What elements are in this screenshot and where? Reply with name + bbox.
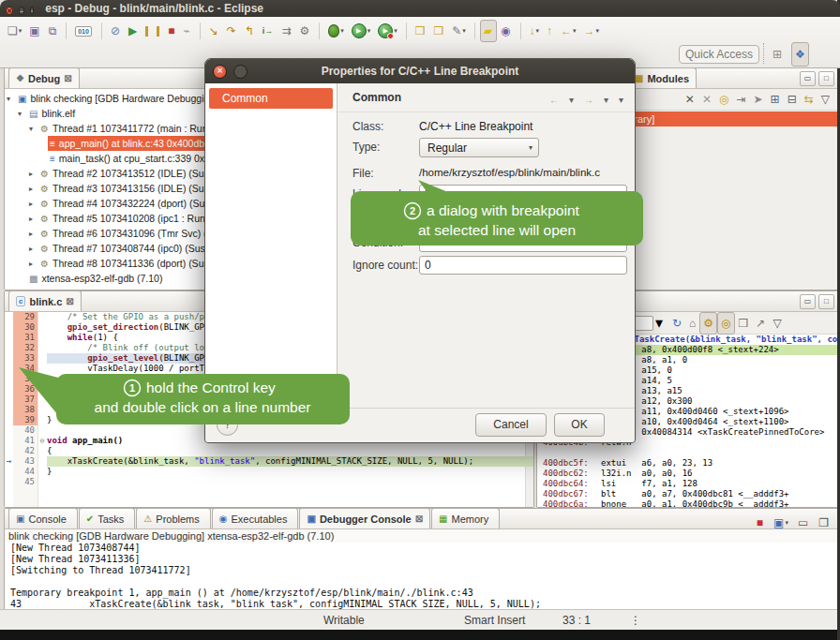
refresh-icon[interactable]: ↻ <box>668 312 685 335</box>
toolbar-button[interactable] <box>101 22 102 39</box>
disassembly-line[interactable]: 400dbc62:l32i.n a0, a0, 16 <box>537 469 837 479</box>
skip-breakpoints-icon[interactable]: ⊘ <box>107 20 125 42</box>
cancel-button[interactable]: Cancel <box>475 413 547 437</box>
disassembly-line[interactable]: 400dbc5f:extui a6, a0, 23, 13 <box>537 458 837 469</box>
tab-blink-c[interactable]: c blink.c ⊠ <box>8 290 82 311</box>
ok-button[interactable]: OK <box>554 413 605 437</box>
tab-modules[interactable]: ▦ Modules <box>627 67 697 88</box>
toolbar-button[interactable] <box>406 22 407 39</box>
close-icon[interactable]: ⊠ <box>64 73 71 83</box>
disassembly-line[interactable]: 400dbc64:lsi f7, a1, 128 <box>537 479 837 489</box>
save-all-icon[interactable]: ⧉ <box>45 20 62 42</box>
tab-debug[interactable]: ❖ Debug ⊠ <box>8 67 80 88</box>
suspend-icon[interactable] <box>142 20 164 42</box>
back-icon[interactable]: ← <box>546 89 562 112</box>
tab-console[interactable]: ▣Console <box>8 508 78 528</box>
back-menu-icon[interactable]: ▾ <box>565 89 578 112</box>
external-tools-icon[interactable]: ▶▾ <box>374 20 401 42</box>
save-icon[interactable]: ▣ <box>25 20 44 42</box>
link-icon[interactable]: ⇆ <box>801 88 818 111</box>
toolbar-button[interactable] <box>474 22 475 39</box>
forward-icon[interactable]: →▾ <box>580 20 604 42</box>
last-edit-location-icon[interactable]: ↓▾ <box>526 20 544 42</box>
line-number[interactable]: 30 <box>13 322 38 333</box>
disassembly-line[interactable]: 400dbc6a:bnone a0, a1, 0x400dbc9b <__add… <box>537 499 837 507</box>
line-number[interactable]: 45 <box>13 477 38 487</box>
binary-icon[interactable]: 010 <box>71 20 97 42</box>
tree-expander-icon[interactable]: ▸ <box>29 200 38 208</box>
go-into-icon[interactable]: ↑ <box>543 20 557 42</box>
quick-access[interactable]: Quick Access <box>679 45 759 64</box>
sync-active-context-icon[interactable]: ⚙ <box>699 312 717 335</box>
toolbar-button[interactable] <box>200 22 201 39</box>
maximize-icon[interactable]: □ <box>818 71 834 86</box>
tree-expander-icon[interactable]: ▾ <box>7 95 16 103</box>
select-icon[interactable]: ➤ <box>750 88 767 111</box>
debug-perspective-icon[interactable]: ❖ <box>791 42 809 67</box>
line-number[interactable]: 44 <box>13 467 38 477</box>
resume-icon[interactable]: ▶ <box>125 20 142 42</box>
run-icon[interactable]: ▶▾ <box>348 20 375 42</box>
tab-problems[interactable]: ⚠Problems <box>136 508 210 528</box>
tree-expander-icon[interactable]: ▾ <box>18 110 27 118</box>
instruction-stepping-icon[interactable]: i→ <box>259 20 278 42</box>
forward-menu-icon[interactable]: ▾ <box>600 89 612 112</box>
tab-executables[interactable]: ◉Executables <box>212 508 299 528</box>
expand-all-icon[interactable]: ⊞ <box>767 88 784 111</box>
tab-tasks[interactable]: ✔Tasks <box>79 508 136 528</box>
tree-expander-icon[interactable]: ▸ <box>29 170 38 178</box>
toolbar-button[interactable] <box>319 22 320 39</box>
open-element-icon[interactable]: ❒ <box>412 20 430 42</box>
back-icon[interactable]: ←▾ <box>557 20 580 42</box>
line-number[interactable]: 41 <box>13 436 38 446</box>
tree-expander-icon[interactable]: ▸ <box>29 260 38 268</box>
tree-expander-icon[interactable]: ▸ <box>29 230 38 238</box>
window-close-icon[interactable]: ✕ <box>6 7 13 15</box>
fold-icon[interactable] <box>38 467 47 477</box>
43[interactable]: → 43 xTaskCreate(&blink_task, "blink_tas… <box>5 456 533 467</box>
fold-icon[interactable] <box>38 322 47 333</box>
mark-occurrences-icon[interactable]: ▰ <box>480 20 497 42</box>
home-icon[interactable]: ⌂ <box>685 312 699 335</box>
toolbar-button[interactable] <box>520 22 521 39</box>
forward-icon[interactable]: → <box>580 89 597 112</box>
44[interactable]: 44 } <box>5 467 533 477</box>
view-menu-icon[interactable]: ▽ <box>818 88 833 111</box>
new-wizard-icon[interactable]: ❏▾ <box>4 20 25 42</box>
fold-icon[interactable] <box>38 477 47 487</box>
disconnect-icon[interactable]: ⌁ <box>179 20 194 42</box>
line-number[interactable]: 42 <box>13 446 38 456</box>
tree-expander-icon[interactable]: ▸ <box>29 245 38 253</box>
disassembly-line[interactable]: 400dbc67:blt a0, a7, 0x400dbc81 <__adddf… <box>537 489 837 499</box>
tab-debugger-console[interactable]: ▣Debugger Console⊠ <box>299 508 430 528</box>
fold-icon[interactable] <box>38 456 47 467</box>
link-editor-icon[interactable]: ◉ <box>497 20 515 42</box>
type-select[interactable]: Regular▾ <box>419 138 539 157</box>
open-new-view-icon[interactable]: ❒ <box>735 312 753 335</box>
location-dropdown-icon[interactable]: ▾ <box>655 314 663 332</box>
fold-icon[interactable] <box>38 446 47 456</box>
annotate-icon[interactable]: ✎▾ <box>448 20 470 42</box>
fold-icon[interactable]: ⊖ <box>38 436 47 446</box>
view-menu-icon[interactable]: ▽ <box>769 312 785 335</box>
step-return-icon[interactable]: ↰ <box>241 20 259 42</box>
view-menu-icon[interactable]: ▾ <box>615 89 627 112</box>
minimize-icon[interactable]: ▭ <box>800 294 816 309</box>
close-icon[interactable]: ⊠ <box>415 513 423 524</box>
tab-memory[interactable]: ▦Memory <box>431 508 500 528</box>
go-to-file-icon[interactable]: ⇥ <box>732 88 749 111</box>
toolbar-button[interactable] <box>66 22 67 39</box>
minimize-icon[interactable]: ▭ <box>800 71 816 86</box>
window-maximize-icon[interactable]: ▫ <box>30 7 34 15</box>
step-over-icon[interactable]: ↷ <box>223 20 241 42</box>
debug-settings-icon[interactable]: ⚙ <box>295 20 314 42</box>
collapse-all-icon[interactable]: ⊟ <box>784 88 801 111</box>
remove-all-icon[interactable]: ✕ <box>698 88 715 111</box>
disassembly-line[interactable] <box>537 448 837 458</box>
ignore-count-input[interactable] <box>419 256 627 275</box>
console-output[interactable]: [New Thread 1073408744][New Thread 10734… <box>5 543 837 610</box>
step-filters-icon[interactable]: ⇉ <box>278 20 295 42</box>
tree-expander-icon[interactable]: ▸ <box>29 185 38 193</box>
45[interactable]: 45 <box>5 477 533 487</box>
tree-expander-icon[interactable]: ▸ <box>29 215 38 223</box>
